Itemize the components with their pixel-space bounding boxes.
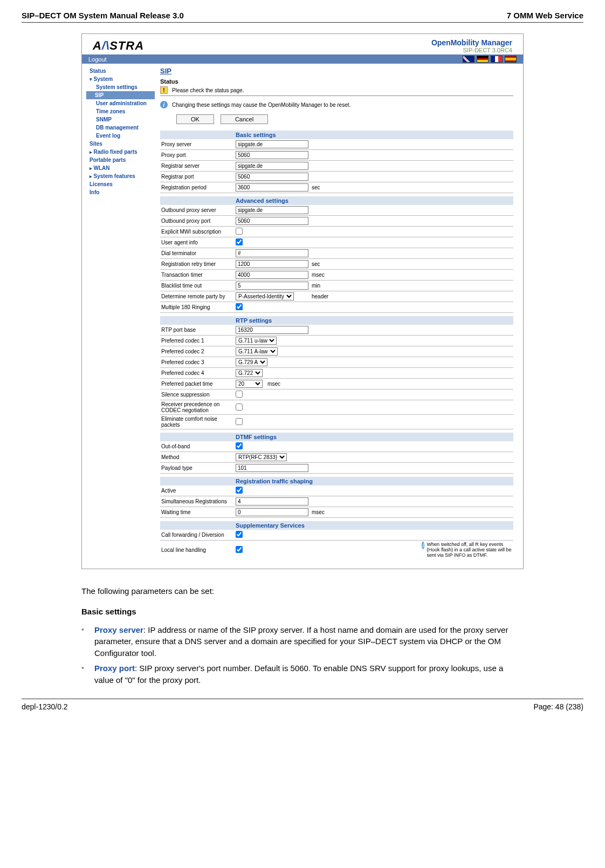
bullet-icon: • — [81, 624, 94, 659]
check-user-agent[interactable] — [236, 238, 243, 245]
bullet-item: •Proxy port: SIP proxy server's port num… — [81, 662, 524, 686]
sidebar-item-radio-fixed-parts[interactable]: Radio fixed parts — [86, 148, 155, 156]
section-supp: Supplementary Services — [160, 521, 513, 530]
flag-uk-icon[interactable] — [463, 56, 475, 63]
input-payload[interactable] — [236, 464, 308, 472]
select-packet-time[interactable]: 20 — [236, 380, 263, 388]
logo-bar: A/\STRA OpenMobility Manager SIP-DECT 3.… — [82, 34, 523, 54]
bullet-text: : SIP proxy server's port number. Defaul… — [94, 664, 503, 685]
info-icon: i — [160, 101, 168, 108]
label-payload: Payload type — [160, 465, 236, 471]
select-method[interactable]: RTP(RFC 2833) — [236, 453, 287, 461]
input-dial-term[interactable] — [236, 249, 308, 257]
flag-fr-icon[interactable] — [491, 56, 503, 63]
sidebar-item-user-administration[interactable]: User administration — [86, 99, 155, 107]
bullet-text: : IP address or name of the SIP proxy se… — [94, 625, 508, 658]
input-transaction[interactable] — [236, 271, 308, 279]
section-rtp: RTP settings — [160, 316, 513, 325]
input-registrar-server[interactable] — [236, 162, 308, 170]
label-registrar-server: Registrar server — [160, 163, 236, 169]
input-proxy-port[interactable] — [236, 151, 308, 159]
label-recv-prec: Receiver precedence on CODEC negotiation — [160, 401, 236, 413]
check-elim-comfort[interactable] — [236, 418, 243, 425]
info-icon: i — [422, 542, 424, 549]
sidebar-item-time-zones[interactable]: Time zones — [86, 107, 155, 115]
label-transaction: Transaction timer — [160, 272, 236, 278]
flag-es-icon[interactable] — [505, 56, 517, 63]
label-codec2: Preferred codec 2 — [160, 348, 236, 354]
label-wait: Waiting time — [160, 509, 236, 515]
select-remote-party[interactable]: P-Asserted-Identity — [236, 292, 294, 300]
check-explicit-mwi[interactable] — [236, 228, 243, 235]
sidebar-item-event-log[interactable]: Event log — [86, 132, 155, 140]
sidebar-item-system-settings[interactable]: System settings — [86, 83, 155, 91]
check-regshape-active[interactable] — [236, 487, 243, 494]
bullet-item: •Proxy server: IP address or name of the… — [81, 624, 524, 659]
sidebar-item-sip[interactable]: SIP — [86, 91, 155, 99]
input-wait[interactable] — [236, 508, 308, 516]
aastra-logo: A/\STRA — [93, 39, 144, 53]
content-area: SIP Status ! Please check the status pag… — [155, 64, 523, 569]
omm-screenshot: A/\STRA OpenMobility Manager SIP-DECT 3.… — [81, 33, 524, 569]
check-local-line[interactable] — [236, 546, 243, 553]
input-proxy-server[interactable] — [236, 140, 308, 148]
unit-reg-retry: sec — [308, 261, 320, 267]
input-ob-proxy-server[interactable] — [236, 206, 308, 214]
input-reg-retry[interactable] — [236, 260, 308, 268]
status-box: Status ! Please check the status page. — [160, 78, 513, 96]
label-regshape-active: Active — [160, 488, 236, 494]
label-registration-period: Registration period — [160, 184, 236, 190]
input-rtp-port-base[interactable] — [236, 326, 308, 334]
label-explicit-mwi: Explicit MWI subscription — [160, 229, 236, 235]
unit-blacklist: min — [308, 283, 320, 289]
check-callfwd[interactable] — [236, 531, 243, 538]
input-ob-proxy-port[interactable] — [236, 217, 308, 225]
unit-packet-time: msec — [264, 381, 280, 387]
local-line-note: iWhen switched off, all R key events (Ho… — [422, 542, 513, 558]
sidebar-item-sites[interactable]: Sites — [86, 140, 155, 148]
label-packet-time: Preferred packet time — [160, 381, 236, 387]
unit-remote-party: header — [308, 293, 328, 299]
section-basic: Basic settings — [160, 131, 513, 139]
status-info-text: Changing these settings may cause the Op… — [172, 102, 350, 108]
label-codec4: Preferred codec 4 — [160, 370, 236, 376]
sidebar-item-info[interactable]: Info — [86, 188, 155, 196]
label-proxy-server: Proxy server — [160, 141, 236, 147]
select-codec4[interactable]: G.722 — [236, 369, 263, 377]
sidebar: StatusSystemSystem settingsSIPUser admin… — [82, 64, 155, 569]
sidebar-item-snmp[interactable]: SNMP — [86, 115, 155, 124]
label-reg-retry: Registration retry timer — [160, 261, 236, 267]
logout-link[interactable]: Logout — [88, 56, 107, 63]
input-blacklist[interactable] — [236, 282, 308, 290]
select-codec1[interactable]: G.711 u-law — [236, 337, 277, 345]
sidebar-item-system[interactable]: System — [86, 75, 155, 83]
cancel-button[interactable]: Cancel — [221, 114, 268, 124]
label-method: Method — [160, 454, 236, 460]
ok-button[interactable]: OK — [176, 114, 214, 124]
flag-de-icon[interactable] — [477, 56, 489, 63]
sidebar-item-licenses[interactable]: Licenses — [86, 180, 155, 188]
select-codec3[interactable]: G.729 A — [236, 358, 267, 366]
sidebar-item-system-features[interactable]: System features — [86, 172, 155, 180]
label-blacklist: Blacklist time out — [160, 283, 236, 289]
sidebar-item-wlan[interactable]: WLAN — [86, 164, 155, 172]
check-silence[interactable] — [236, 391, 243, 398]
check-multiple-180[interactable] — [236, 303, 243, 310]
sidebar-item-status[interactable]: Status — [86, 67, 155, 75]
label-local-line: Local line handling — [160, 547, 236, 553]
bullet-icon: • — [81, 662, 94, 686]
input-registrar-port[interactable] — [236, 173, 308, 181]
check-recv-prec[interactable] — [236, 404, 243, 411]
bullet-term: Proxy port — [94, 664, 135, 673]
input-registration-period[interactable] — [236, 183, 308, 192]
select-codec2[interactable]: G.711 A-law — [236, 347, 278, 356]
sidebar-item-portable-parts[interactable]: Portable parts — [86, 156, 155, 164]
label-simul: Simultaneous Registrations — [160, 498, 236, 504]
label-dial-term: Dial terminator — [160, 250, 236, 256]
unit-transaction: msec — [308, 272, 325, 278]
sidebar-item-db-management[interactable]: DB management — [86, 124, 155, 132]
input-simul[interactable] — [236, 497, 308, 505]
check-oob[interactable] — [236, 442, 243, 449]
doc-body: The following parameters can be set: Bas… — [81, 585, 524, 686]
product-line2: SIP-DECT 3.0RC4 — [431, 47, 512, 53]
